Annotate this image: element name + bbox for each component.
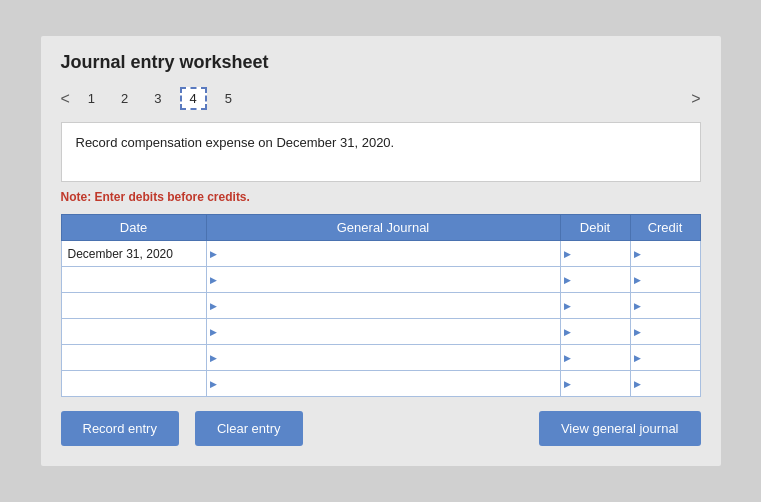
clear-entry-button[interactable]: Clear entry	[195, 411, 303, 446]
journal-table: Date General Journal Debit Credit Decemb…	[61, 214, 701, 397]
note-text: Enter debits before credits.	[91, 190, 250, 204]
table-row	[61, 267, 700, 293]
table-row	[61, 371, 700, 397]
journal-cell-3[interactable]	[206, 319, 560, 345]
page-title: Journal entry worksheet	[61, 52, 701, 73]
journal-cell-4[interactable]	[206, 345, 560, 371]
credit-cell-2[interactable]	[630, 293, 700, 319]
table-row	[61, 345, 700, 371]
record-entry-button[interactable]: Record entry	[61, 411, 179, 446]
debit-cell-3[interactable]	[560, 319, 630, 345]
description-box: Record compensation expense on December …	[61, 122, 701, 182]
col-header-debit: Debit	[560, 215, 630, 241]
credit-cell-3[interactable]	[630, 319, 700, 345]
description-text: Record compensation expense on December …	[76, 135, 395, 150]
table-row	[61, 319, 700, 345]
journal-cell-2[interactable]	[206, 293, 560, 319]
col-header-date: Date	[61, 215, 206, 241]
date-cell-0[interactable]: December 31, 2020	[61, 241, 206, 267]
prev-arrow[interactable]: <	[61, 90, 70, 108]
credit-cell-4[interactable]	[630, 345, 700, 371]
col-header-journal: General Journal	[206, 215, 560, 241]
debit-cell-4[interactable]	[560, 345, 630, 371]
page-5[interactable]: 5	[217, 89, 240, 108]
debit-cell-1[interactable]	[560, 267, 630, 293]
journal-cell-5[interactable]	[206, 371, 560, 397]
debit-cell-0[interactable]	[560, 241, 630, 267]
credit-cell-5[interactable]	[630, 371, 700, 397]
debit-cell-5[interactable]	[560, 371, 630, 397]
note-prefix: Note:	[61, 190, 92, 204]
buttons-row: Record entry Clear entry View general jo…	[61, 411, 701, 446]
pagination: < 1 2 3 4 5 >	[61, 87, 701, 110]
date-cell-4[interactable]	[61, 345, 206, 371]
debit-cell-2[interactable]	[560, 293, 630, 319]
page-4[interactable]: 4	[180, 87, 207, 110]
date-cell-1[interactable]	[61, 267, 206, 293]
note: Note: Enter debits before credits.	[61, 190, 701, 204]
date-cell-2[interactable]	[61, 293, 206, 319]
journal-cell-0[interactable]	[206, 241, 560, 267]
table-row: December 31, 2020	[61, 241, 700, 267]
credit-cell-1[interactable]	[630, 267, 700, 293]
credit-cell-0[interactable]	[630, 241, 700, 267]
page-1[interactable]: 1	[80, 89, 103, 108]
view-general-journal-button[interactable]: View general journal	[539, 411, 701, 446]
col-header-credit: Credit	[630, 215, 700, 241]
page-3[interactable]: 3	[146, 89, 169, 108]
date-cell-3[interactable]	[61, 319, 206, 345]
table-row	[61, 293, 700, 319]
date-cell-5[interactable]	[61, 371, 206, 397]
worksheet-container: Journal entry worksheet < 1 2 3 4 5 > Re…	[41, 36, 721, 466]
next-arrow[interactable]: >	[691, 90, 700, 108]
page-2[interactable]: 2	[113, 89, 136, 108]
journal-cell-1[interactable]	[206, 267, 560, 293]
